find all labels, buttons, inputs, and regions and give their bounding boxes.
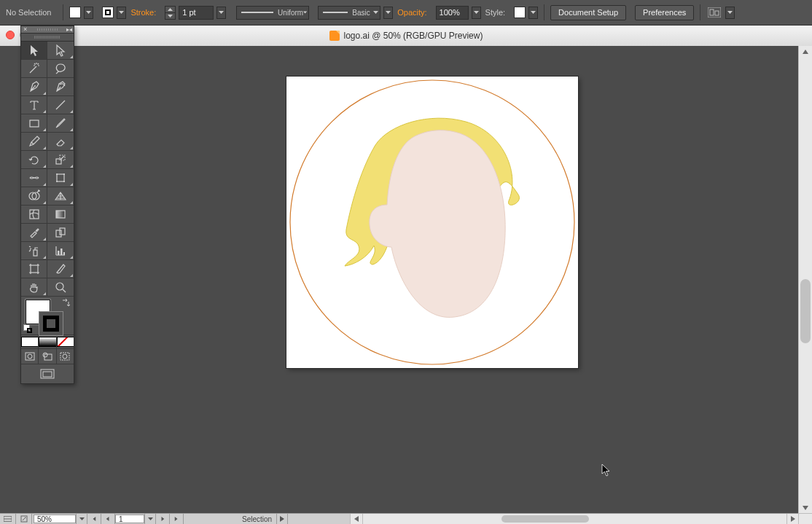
preferences-button[interactable]: Preferences [635,5,694,20]
svg-marker-3 [168,15,173,17]
fill-swatch[interactable] [69,7,81,18]
draw-behind-icon[interactable] [39,349,56,364]
color-mode-none[interactable] [57,335,74,348]
statusbar-menu-1[interactable] [0,514,16,524]
opacity-label[interactable]: Opacity: [396,8,432,17]
prev-artboard-button[interactable] [101,514,115,524]
tools-panel: × ▸◂ [20,26,74,384]
stroke-weight-input[interactable]: 1 pt [179,6,214,20]
blend-tool[interactable] [47,224,74,242]
fill-swatch-dropdown[interactable] [84,7,93,19]
stroke-weight-spinner[interactable] [165,6,176,20]
rectangle-tool[interactable] [21,114,47,133]
svg-point-46 [56,283,63,290]
mesh-tool[interactable] [21,206,47,224]
scale-tool[interactable] [47,151,74,169]
document-title: logo.ai @ 50% (RGB/GPU Preview) [344,31,483,41]
scroll-up-arrow[interactable] [799,46,812,58]
svg-rect-11 [710,9,714,15]
rotate-tool[interactable] [21,151,47,169]
selection-tool[interactable] [21,42,47,60]
scroll-down-arrow[interactable] [799,502,812,514]
scroll-left-arrow[interactable] [351,514,363,524]
free-transform-tool[interactable] [47,169,74,187]
svg-rect-37 [30,210,39,219]
hand-tool[interactable] [21,278,47,297]
paintbrush-tool[interactable] [47,114,74,133]
opacity-input[interactable]: 100% [436,6,469,20]
zoom-tool[interactable] [47,278,74,297]
screen-mode-button[interactable] [21,364,74,383]
stroke-color-swatch[interactable] [39,311,63,336]
symbol-sprayer-tool[interactable] [21,242,47,260]
divider [700,4,700,20]
vertical-scroll-thumb[interactable] [800,279,811,343]
artboard-tool[interactable] [21,260,47,278]
line-segment-tool[interactable] [47,96,74,114]
perspective-grid-tool[interactable] [47,187,74,206]
svg-point-34 [63,181,65,182]
align-to-dropdown[interactable] [725,7,735,19]
collapse-icon[interactable]: ▸◂ [66,26,72,33]
draw-normal-icon[interactable] [21,349,39,364]
variable-width-profile-dropdown[interactable]: Uniform [236,6,309,20]
graphic-style-swatch[interactable] [514,7,526,18]
document-setup-button[interactable]: Document Setup [550,5,626,20]
draw-inside-icon[interactable] [57,349,74,364]
magic-wand-tool[interactable] [21,60,47,78]
swap-fill-stroke-icon[interactable] [60,298,71,308]
pen-tool[interactable] [21,78,47,96]
brush-definition-menu[interactable] [383,7,393,19]
opacity-dropdown[interactable] [472,7,481,19]
svg-marker-7 [386,11,391,14]
status-info-dropdown[interactable] [276,514,288,524]
artboard-number-input[interactable]: 1 [115,515,144,523]
first-artboard-button[interactable] [87,514,101,524]
stroke-weight-dropdown[interactable] [216,7,226,19]
horizontal-scrollbar[interactable] [350,514,799,524]
pencil-tool[interactable] [21,133,47,151]
align-to-icon[interactable] [706,7,722,18]
zoom-level-input[interactable]: 50% [34,515,76,523]
svg-point-32 [63,173,65,175]
svg-line-47 [63,289,66,292]
eyedropper-tool[interactable] [21,224,47,242]
svg-marker-23 [791,516,795,522]
next-artboard-button[interactable] [156,514,170,524]
statusbar-menu-2[interactable] [16,514,32,524]
gradient-tool[interactable] [47,206,74,224]
window-close-button[interactable] [6,31,15,39]
brush-definition-dropdown[interactable]: Basic [318,6,380,20]
scroll-right-arrow[interactable] [786,514,799,524]
close-icon[interactable]: × [23,26,27,33]
canvas-area[interactable] [0,46,799,514]
column-graph-tool[interactable] [47,242,74,260]
graphic-style-dropdown[interactable] [528,7,538,19]
color-mode-gradient[interactable] [39,335,56,348]
horizontal-scroll-thumb[interactable] [501,515,589,523]
tools-panel-header[interactable]: × ▸◂ [21,26,74,34]
width-tool[interactable] [21,169,47,187]
artboard-number-dropdown[interactable] [144,514,156,524]
color-mode-solid[interactable] [21,335,39,348]
slice-tool[interactable] [47,260,74,278]
direct-selection-tool[interactable] [47,42,74,60]
stroke-swatch-dropdown[interactable] [117,7,126,19]
zoom-level-dropdown[interactable] [76,514,87,524]
svg-marker-22 [354,516,359,522]
tools-panel-drag-grip[interactable] [21,34,74,42]
eraser-tool[interactable] [47,133,74,151]
stroke-swatch[interactable] [102,7,114,18]
default-fill-stroke-icon[interactable] [23,324,32,333]
lasso-tool[interactable] [47,60,74,78]
svg-marker-0 [86,11,91,14]
stroke-label[interactable]: Stroke: [129,8,162,17]
artboard[interactable] [286,77,578,368]
svg-rect-45 [31,265,38,273]
last-artboard-button[interactable] [170,514,184,524]
control-bar: No Selection Stroke: 1 pt Uniform Basic … [0,0,812,26]
type-tool[interactable] [21,96,47,114]
shape-builder-tool[interactable] [21,187,47,206]
vertical-scrollbar[interactable] [798,46,812,514]
curvature-tool[interactable] [47,78,74,96]
